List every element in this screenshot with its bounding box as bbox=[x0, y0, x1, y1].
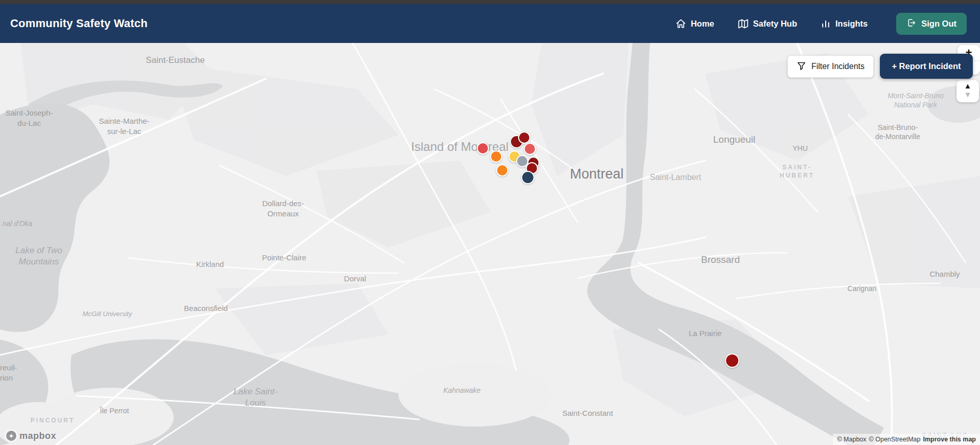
sign-out-label: Sign Out bbox=[921, 19, 956, 29]
map-label: Lake Saint-Louis bbox=[234, 386, 277, 409]
nav-insights-label: Insights bbox=[835, 19, 868, 29]
pitch-down-arrow-icon[interactable]: ▼ bbox=[956, 91, 979, 99]
mapbox-logo-word: mapbox bbox=[19, 431, 56, 441]
map-label: Dollard-des-Ormeaux bbox=[262, 198, 304, 218]
map-canvas[interactable]: + − ▲ ▼ Filter Incidents + Report Incide… bbox=[0, 43, 980, 445]
incident-marker[interactable] bbox=[521, 171, 534, 184]
nav-insights[interactable]: Insights bbox=[821, 18, 868, 29]
map-label: Kahnawake bbox=[443, 386, 480, 395]
map-label: Saint-Eustache bbox=[146, 55, 204, 66]
map-label: SAINT-HUBERT bbox=[780, 164, 814, 180]
map-icon bbox=[738, 18, 749, 29]
map-label: Île Perrot bbox=[100, 406, 129, 415]
map-label: Brossard bbox=[701, 254, 740, 266]
map-label: reuil-rion bbox=[0, 363, 17, 383]
bar-chart-icon bbox=[821, 18, 831, 29]
map-label: Beaconsfield bbox=[184, 303, 228, 314]
log-out-icon bbox=[906, 18, 916, 30]
map-label: Longueuil bbox=[713, 134, 755, 146]
mapbox-logo[interactable]: ✦ mapbox bbox=[5, 430, 56, 442]
report-incident-button[interactable]: + Report Incident bbox=[880, 54, 973, 79]
attribution-osm-link[interactable]: © OpenStreetMap bbox=[869, 436, 921, 443]
map-label: Chambly bbox=[929, 269, 960, 279]
map-label: Saint-Lambert bbox=[650, 172, 702, 183]
basemap-graphics bbox=[0, 43, 980, 445]
funnel-icon bbox=[797, 61, 806, 73]
incident-marker[interactable] bbox=[490, 150, 502, 163]
map-label: Dorval bbox=[344, 274, 366, 284]
mapbox-logo-icon: ✦ bbox=[5, 430, 17, 442]
map-label: Pointe-Claire bbox=[262, 253, 307, 263]
incident-marker[interactable] bbox=[477, 142, 489, 154]
map-label: McGill University bbox=[83, 310, 132, 319]
map-label: Carignan bbox=[848, 284, 877, 293]
map-label: Sainte-Marthe-sur-le-Lac bbox=[99, 116, 149, 136]
nav-home[interactable]: Home bbox=[675, 18, 714, 29]
pitch-up-arrow-icon[interactable]: ▲ bbox=[956, 81, 979, 91]
attribution-mapbox-link[interactable]: © Mapbox bbox=[837, 436, 866, 443]
map-label: Saint-Bruno-de-Montarville bbox=[875, 123, 920, 141]
sign-out-button[interactable]: Sign Out bbox=[896, 13, 967, 35]
incident-marker[interactable] bbox=[496, 164, 508, 176]
map-label: Lake of TwoMountains bbox=[15, 245, 62, 268]
nav-safety-hub-label: Safety Hub bbox=[753, 19, 797, 29]
map-label: Saint-Joseph-du-Lac bbox=[6, 108, 53, 128]
app-header: Community Safety Watch Home Safety Hub I… bbox=[0, 4, 980, 43]
incident-marker[interactable] bbox=[524, 143, 536, 155]
map-label: Saint-Constant bbox=[562, 408, 613, 418]
map-attribution: © Mapbox © OpenStreetMap Improve this ma… bbox=[833, 434, 980, 445]
map-label: Montreal bbox=[570, 165, 623, 183]
map-label: YHU bbox=[792, 144, 808, 153]
map-label: La Prairie bbox=[689, 328, 721, 339]
browser-top-strip bbox=[0, 0, 980, 4]
incident-marker[interactable] bbox=[725, 353, 739, 368]
filter-incidents-label: Filter Incidents bbox=[811, 62, 865, 71]
improve-this-map-link[interactable]: Improve this map bbox=[923, 436, 976, 443]
map-label: PINCOURT bbox=[31, 417, 75, 425]
main-nav: Home Safety Hub Insights Sign Out bbox=[675, 13, 967, 35]
app-title: Community Safety Watch bbox=[10, 17, 148, 30]
map-label: nal d'Oka bbox=[3, 219, 33, 228]
map-label: Kirkland bbox=[196, 259, 224, 270]
filter-incidents-button[interactable]: Filter Incidents bbox=[787, 55, 874, 78]
pitch-control: ▲ ▼ bbox=[956, 80, 979, 102]
map-label: Mont-Saint-BrunoNational Park bbox=[888, 91, 944, 109]
home-icon bbox=[675, 18, 686, 29]
incident-marker[interactable] bbox=[518, 131, 530, 144]
nav-safety-hub[interactable]: Safety Hub bbox=[738, 18, 797, 29]
nav-home-label: Home bbox=[691, 19, 714, 29]
